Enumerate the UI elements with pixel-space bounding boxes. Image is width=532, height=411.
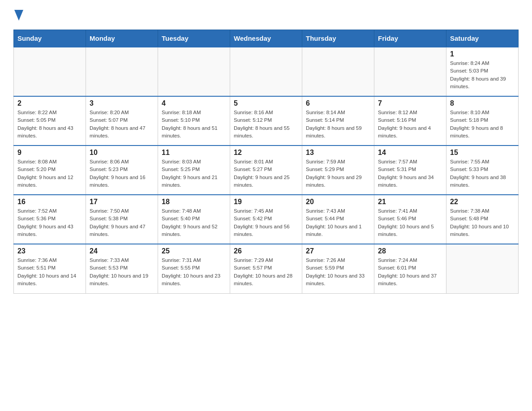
day-number: 23 bbox=[17, 247, 82, 255]
day-number: 5 bbox=[234, 99, 298, 107]
day-number: 14 bbox=[378, 149, 442, 157]
calendar-cell: 28Sunrise: 7:24 AM Sunset: 6:01 PM Dayli… bbox=[374, 244, 446, 293]
day-number: 18 bbox=[162, 198, 226, 206]
week-row: 23Sunrise: 7:36 AM Sunset: 5:51 PM Dayli… bbox=[14, 244, 519, 293]
day-info: Sunrise: 8:14 AM Sunset: 5:14 PM Dayligh… bbox=[306, 109, 370, 140]
day-number: 16 bbox=[17, 198, 82, 206]
calendar-cell: 18Sunrise: 7:48 AM Sunset: 5:40 PM Dayli… bbox=[158, 195, 230, 244]
calendar-cell: 19Sunrise: 7:45 AM Sunset: 5:42 PM Dayli… bbox=[230, 195, 302, 244]
calendar-cell bbox=[230, 47, 302, 96]
day-info: Sunrise: 7:26 AM Sunset: 5:59 PM Dayligh… bbox=[306, 257, 370, 287]
calendar-cell: 16Sunrise: 7:52 AM Sunset: 5:36 PM Dayli… bbox=[14, 195, 86, 244]
day-number: 6 bbox=[306, 99, 370, 107]
day-info: Sunrise: 7:48 AM Sunset: 5:40 PM Dayligh… bbox=[162, 207, 226, 238]
day-info: Sunrise: 7:57 AM Sunset: 5:31 PM Dayligh… bbox=[378, 158, 442, 189]
day-info: Sunrise: 8:08 AM Sunset: 5:20 PM Dayligh… bbox=[17, 158, 82, 189]
day-of-week-header: Sunday bbox=[14, 30, 86, 47]
calendar-cell: 5Sunrise: 8:16 AM Sunset: 5:12 PM Daylig… bbox=[230, 96, 302, 146]
day-info: Sunrise: 8:06 AM Sunset: 5:23 PM Dayligh… bbox=[90, 158, 154, 189]
day-of-week-header: Wednesday bbox=[230, 30, 302, 47]
week-row: 16Sunrise: 7:52 AM Sunset: 5:36 PM Dayli… bbox=[14, 195, 519, 244]
calendar-cell: 9Sunrise: 8:08 AM Sunset: 5:20 PM Daylig… bbox=[14, 146, 86, 195]
day-info: Sunrise: 7:45 AM Sunset: 5:42 PM Dayligh… bbox=[234, 207, 298, 238]
logo-triangle-icon bbox=[14, 10, 23, 21]
day-number: 28 bbox=[378, 247, 442, 255]
calendar-cell: 11Sunrise: 8:03 AM Sunset: 5:25 PM Dayli… bbox=[158, 146, 230, 195]
calendar-cell: 20Sunrise: 7:43 AM Sunset: 5:44 PM Dayli… bbox=[302, 195, 374, 244]
day-info: Sunrise: 7:55 AM Sunset: 5:33 PM Dayligh… bbox=[450, 158, 515, 189]
calendar-cell bbox=[86, 47, 158, 96]
calendar-cell: 6Sunrise: 8:14 AM Sunset: 5:14 PM Daylig… bbox=[302, 96, 374, 146]
calendar-cell: 8Sunrise: 8:10 AM Sunset: 5:18 PM Daylig… bbox=[446, 96, 519, 146]
day-number: 26 bbox=[234, 247, 298, 255]
calendar-cell bbox=[446, 244, 519, 293]
day-info: Sunrise: 7:50 AM Sunset: 5:38 PM Dayligh… bbox=[90, 207, 154, 238]
day-info: Sunrise: 7:24 AM Sunset: 6:01 PM Dayligh… bbox=[378, 257, 442, 287]
calendar-cell: 3Sunrise: 8:20 AM Sunset: 5:07 PM Daylig… bbox=[86, 96, 158, 146]
day-info: Sunrise: 8:20 AM Sunset: 5:07 PM Dayligh… bbox=[90, 109, 154, 140]
day-info: Sunrise: 7:33 AM Sunset: 5:53 PM Dayligh… bbox=[90, 257, 154, 287]
calendar-cell: 14Sunrise: 7:57 AM Sunset: 5:31 PM Dayli… bbox=[374, 146, 446, 195]
day-number: 22 bbox=[450, 198, 515, 206]
calendar-cell: 2Sunrise: 8:22 AM Sunset: 5:05 PM Daylig… bbox=[14, 96, 86, 146]
svg-marker-0 bbox=[14, 10, 23, 21]
days-of-week-row: SundayMondayTuesdayWednesdayThursdayFrid… bbox=[14, 30, 519, 47]
calendar-cell bbox=[374, 47, 446, 96]
day-of-week-header: Tuesday bbox=[158, 30, 230, 47]
calendar-cell: 24Sunrise: 7:33 AM Sunset: 5:53 PM Dayli… bbox=[86, 244, 158, 293]
day-info: Sunrise: 8:01 AM Sunset: 5:27 PM Dayligh… bbox=[234, 158, 298, 189]
day-number: 27 bbox=[306, 247, 370, 255]
day-info: Sunrise: 7:52 AM Sunset: 5:36 PM Dayligh… bbox=[17, 207, 82, 238]
day-number: 4 bbox=[162, 99, 226, 107]
day-number: 12 bbox=[234, 149, 298, 157]
day-info: Sunrise: 7:59 AM Sunset: 5:29 PM Dayligh… bbox=[306, 158, 370, 189]
day-number: 9 bbox=[17, 149, 82, 157]
calendar-cell: 12Sunrise: 8:01 AM Sunset: 5:27 PM Dayli… bbox=[230, 146, 302, 195]
day-number: 19 bbox=[234, 198, 298, 206]
calendar-cell: 27Sunrise: 7:26 AM Sunset: 5:59 PM Dayli… bbox=[302, 244, 374, 293]
week-row: 9Sunrise: 8:08 AM Sunset: 5:20 PM Daylig… bbox=[14, 146, 519, 195]
day-number: 2 bbox=[17, 99, 82, 107]
logo bbox=[13, 9, 23, 21]
calendar-cell: 1Sunrise: 8:24 AM Sunset: 5:03 PM Daylig… bbox=[446, 47, 519, 96]
day-number: 17 bbox=[90, 198, 154, 206]
calendar-header: SundayMondayTuesdayWednesdayThursdayFrid… bbox=[14, 30, 519, 47]
calendar-table: SundayMondayTuesdayWednesdayThursdayFrid… bbox=[13, 30, 519, 294]
calendar-cell: 26Sunrise: 7:29 AM Sunset: 5:57 PM Dayli… bbox=[230, 244, 302, 293]
calendar-cell: 10Sunrise: 8:06 AM Sunset: 5:23 PM Dayli… bbox=[86, 146, 158, 195]
day-number: 25 bbox=[162, 247, 226, 255]
day-number: 21 bbox=[378, 198, 442, 206]
calendar-cell bbox=[302, 47, 374, 96]
calendar-cell: 25Sunrise: 7:31 AM Sunset: 5:55 PM Dayli… bbox=[158, 244, 230, 293]
day-info: Sunrise: 8:18 AM Sunset: 5:10 PM Dayligh… bbox=[162, 109, 226, 140]
week-row: 1Sunrise: 8:24 AM Sunset: 5:03 PM Daylig… bbox=[14, 47, 519, 96]
calendar-cell: 22Sunrise: 7:38 AM Sunset: 5:48 PM Dayli… bbox=[446, 195, 519, 244]
day-info: Sunrise: 8:10 AM Sunset: 5:18 PM Dayligh… bbox=[450, 109, 515, 140]
day-number: 8 bbox=[450, 99, 515, 107]
day-number: 3 bbox=[90, 99, 154, 107]
day-of-week-header: Friday bbox=[374, 30, 446, 47]
day-info: Sunrise: 8:12 AM Sunset: 5:16 PM Dayligh… bbox=[378, 109, 442, 140]
day-number: 11 bbox=[162, 149, 226, 157]
day-info: Sunrise: 8:16 AM Sunset: 5:12 PM Dayligh… bbox=[234, 109, 298, 140]
day-of-week-header: Saturday bbox=[446, 30, 519, 47]
calendar-body: 1Sunrise: 8:24 AM Sunset: 5:03 PM Daylig… bbox=[14, 47, 519, 293]
day-info: Sunrise: 7:29 AM Sunset: 5:57 PM Dayligh… bbox=[234, 257, 298, 287]
day-info: Sunrise: 7:38 AM Sunset: 5:48 PM Dayligh… bbox=[450, 207, 515, 238]
page-header bbox=[13, 9, 519, 21]
calendar-cell: 21Sunrise: 7:41 AM Sunset: 5:46 PM Dayli… bbox=[374, 195, 446, 244]
day-number: 7 bbox=[378, 99, 442, 107]
calendar-cell: 17Sunrise: 7:50 AM Sunset: 5:38 PM Dayli… bbox=[86, 195, 158, 244]
day-info: Sunrise: 7:43 AM Sunset: 5:44 PM Dayligh… bbox=[306, 207, 370, 238]
calendar-cell: 15Sunrise: 7:55 AM Sunset: 5:33 PM Dayli… bbox=[446, 146, 519, 195]
calendar-cell: 23Sunrise: 7:36 AM Sunset: 5:51 PM Dayli… bbox=[14, 244, 86, 293]
week-row: 2Sunrise: 8:22 AM Sunset: 5:05 PM Daylig… bbox=[14, 96, 519, 146]
day-number: 1 bbox=[450, 50, 515, 58]
day-of-week-header: Thursday bbox=[302, 30, 374, 47]
day-info: Sunrise: 8:03 AM Sunset: 5:25 PM Dayligh… bbox=[162, 158, 226, 189]
day-of-week-header: Monday bbox=[86, 30, 158, 47]
day-number: 13 bbox=[306, 149, 370, 157]
day-info: Sunrise: 7:36 AM Sunset: 5:51 PM Dayligh… bbox=[17, 257, 82, 287]
calendar-cell: 13Sunrise: 7:59 AM Sunset: 5:29 PM Dayli… bbox=[302, 146, 374, 195]
calendar-cell bbox=[158, 47, 230, 96]
